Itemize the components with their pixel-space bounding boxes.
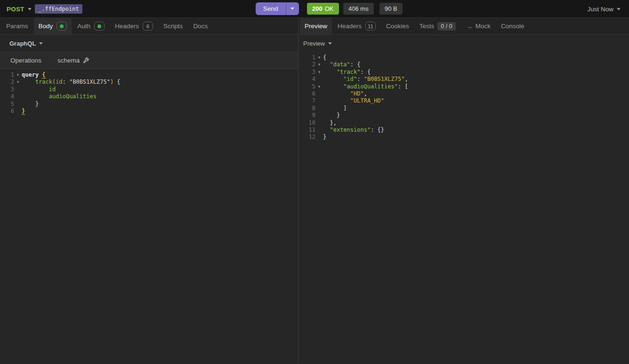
fold-spacer — [315, 105, 323, 112]
code-text: "data": { — [323, 61, 361, 68]
tab-preview[interactable]: Preview — [300, 18, 332, 34]
tab-response-headers[interactable]: Headers 11 — [333, 18, 380, 34]
tab-operations[interactable]: Operations — [10, 57, 41, 64]
tab-schema[interactable]: schema — [57, 57, 89, 64]
fold-toggle-icon[interactable]: ▾ — [315, 83, 323, 90]
body-type-row: GraphQL — [0, 35, 298, 52]
body-set-indicator — [56, 22, 67, 31]
fold-spacer — [315, 127, 323, 134]
code-text: "track": { — [323, 69, 371, 76]
tab-auth[interactable]: Auth — [73, 18, 109, 34]
code-text: "HD", — [323, 90, 367, 97]
code-line: 12} — [298, 134, 629, 141]
tab-docs[interactable]: Docs — [188, 18, 212, 34]
tab-label: Tests — [419, 23, 435, 30]
status-badge: 200 OK — [307, 3, 339, 15]
auth-set-indicator — [94, 22, 105, 31]
tab-console[interactable]: Console — [496, 18, 529, 34]
tab-label: Headers — [115, 23, 139, 30]
line-number: 2 — [0, 79, 14, 86]
code-text: } — [323, 112, 340, 119]
send-options-button[interactable] — [286, 2, 299, 15]
send-button[interactable]: Send — [256, 2, 299, 15]
wrench-icon — [83, 57, 89, 63]
code-text: query { — [22, 71, 46, 79]
tab-label: Params — [6, 23, 28, 30]
line-number: 6 — [0, 108, 14, 115]
line-number: 12 — [298, 134, 315, 141]
code-line: 5 } — [0, 101, 298, 108]
send-label[interactable]: Send — [256, 2, 286, 15]
response-view-dropdown[interactable]: Preview — [303, 40, 325, 47]
fold-spacer — [315, 112, 323, 119]
fold-spacer — [315, 97, 323, 104]
request-tab-bar: Params Body Auth Headers 6 Scripts Docs — [0, 18, 298, 35]
code-line: 7 "ULTRA_HD" — [298, 97, 629, 104]
code-line: 1▾query { — [0, 71, 298, 79]
code-line: 3 id — [0, 86, 298, 93]
response-json-viewer[interactable]: 1▾{2▾ "data": {3▾ "track": {4 "id": "B0B… — [298, 52, 629, 364]
tab-body[interactable]: Body — [34, 18, 72, 34]
method-dropdown[interactable]: POST — [7, 0, 32, 18]
code-text: } — [323, 134, 326, 141]
code-line: 5▾ "audioQualities": [ — [298, 83, 629, 90]
fold-spacer — [14, 86, 22, 93]
main-split: Params Body Auth Headers 6 Scripts Docs … — [0, 18, 629, 364]
size-badge: 90 B — [379, 3, 403, 15]
code-line: 3▾ "track": { — [298, 69, 629, 76]
tab-mock[interactable]: → Mock — [461, 18, 495, 34]
tab-label: schema — [57, 57, 80, 64]
fold-toggle-icon[interactable]: ▾ — [315, 61, 323, 68]
code-text: } — [22, 108, 25, 115]
line-number: 6 — [298, 90, 315, 97]
line-number: 4 — [0, 93, 14, 100]
code-line: 4 audioQualities — [0, 93, 298, 100]
tab-label: Console — [501, 23, 524, 30]
tab-cookies[interactable]: Cookies — [381, 18, 414, 34]
code-text: "audioQualities": [ — [323, 83, 408, 90]
chevron-down-icon — [290, 8, 294, 10]
code-text: }, — [323, 119, 337, 127]
fold-toggle-icon[interactable]: ▾ — [315, 69, 323, 76]
graphql-subtab-bar: Operations schema — [0, 52, 298, 69]
code-line: 2▾ "data": { — [298, 61, 629, 68]
tab-label: Body — [39, 23, 53, 30]
fold-toggle-icon[interactable]: ▾ — [14, 79, 22, 86]
fold-spacer — [315, 90, 323, 97]
code-line: 9 } — [298, 112, 629, 119]
headers-count-badge: 6 — [143, 22, 153, 31]
fold-spacer — [315, 119, 323, 127]
code-line: 10 }, — [298, 119, 629, 127]
line-number: 7 — [298, 97, 315, 104]
code-line: 8 ] — [298, 105, 629, 112]
tab-scripts[interactable]: Scripts — [159, 18, 187, 34]
fold-spacer — [14, 101, 22, 108]
line-number: 1 — [0, 71, 14, 79]
arrow-right-icon: → — [466, 23, 473, 30]
tab-label: Mock — [476, 23, 491, 30]
tab-label: Headers — [338, 23, 362, 30]
code-line: 2▾ track(id: "B0BS1XLZ75") { — [0, 79, 298, 86]
fold-spacer — [14, 108, 22, 115]
line-number: 4 — [298, 76, 315, 83]
fold-toggle-icon[interactable]: ▾ — [14, 71, 22, 79]
graphql-query-editor[interactable]: 1▾query {2▾ track(id: "B0BS1XLZ75") {3 i… — [0, 69, 298, 364]
tab-label: Cookies — [386, 23, 409, 30]
tab-tests[interactable]: Tests 0 / 0 — [415, 18, 460, 34]
url-template-pill[interactable]: _.ffEndpoint — [35, 4, 82, 14]
response-view-row: Preview — [298, 35, 629, 52]
response-pane: Preview Headers 11 Cookies Tests 0 / 0 →… — [298, 18, 629, 364]
history-label: Just Now — [587, 6, 613, 13]
code-text: ] — [323, 105, 347, 112]
fold-toggle-icon[interactable]: ▾ — [315, 54, 323, 61]
tab-headers[interactable]: Headers 6 — [110, 18, 158, 34]
response-history-dropdown[interactable]: Just Now — [587, 0, 621, 18]
tab-label: Operations — [10, 57, 41, 64]
line-number: 3 — [298, 69, 315, 76]
body-type-dropdown[interactable]: GraphQL — [9, 40, 36, 47]
line-number: 2 — [298, 61, 315, 68]
tab-label: Preview — [305, 23, 327, 30]
top-bar: POST _.ffEndpoint Send 200 OK 406 ms 90 … — [0, 0, 629, 18]
line-number: 5 — [298, 83, 315, 90]
tab-params[interactable]: Params — [1, 18, 33, 34]
